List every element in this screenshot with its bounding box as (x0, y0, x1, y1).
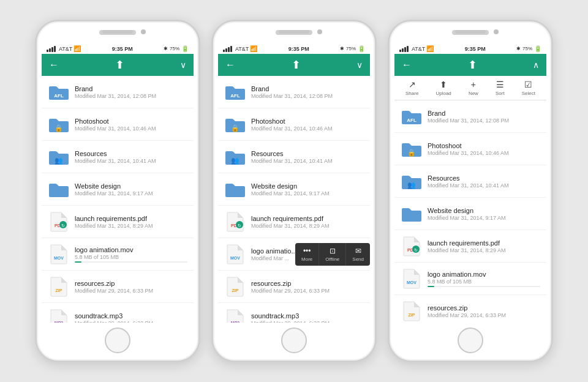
list-item[interactable]: MOV logo animation.mov5.8 MB of 105 MB (394, 263, 546, 295)
phone-screen: AT&T 📶 9:35 PM ✱ 75% 🔋 ← ⬆ ∨ AFL BrandMo… (42, 43, 194, 323)
status-time: 9:35 PM (288, 46, 309, 52)
list-item[interactable]: Website designModified Mar 31, 2014, 9:1… (42, 173, 194, 206)
status-right: ✱ 75% 🔋 (516, 45, 541, 52)
list-item[interactable]: Website designModified Mar 31, 2014, 9:1… (394, 198, 546, 230)
file-meta: 5.8 MB of 105 MB (75, 254, 187, 260)
context-menu-item-more[interactable]: ••• More (295, 243, 319, 266)
list-item[interactable]: 👥 ResourcesModified Mar 31, 2014, 10:41 … (394, 165, 546, 198)
list-item[interactable]: 👥 ResourcesModified Mar 31, 2014, 10:41 … (218, 141, 370, 173)
status-time: 9:35 PM (112, 46, 133, 52)
file-name: launch requirements.pdf (251, 215, 364, 222)
back-button[interactable]: ← (225, 59, 235, 70)
file-info: ResourcesModified Mar 31, 2014, 10:41 AM (428, 174, 540, 189)
toolbar-upload[interactable]: ⬆ Upload (435, 80, 451, 96)
list-item[interactable]: 🔒 PhotoshootModified Mar 31, 2014, 10:46… (42, 108, 194, 141)
file-name: Photoshoot (75, 118, 187, 125)
send-icon: ✉ (355, 247, 361, 255)
list-item[interactable]: 🔒 PhotoshootModified Mar 31, 2014, 10:46… (218, 108, 370, 141)
list-item[interactable]: ZIP resources.zipModified Mar 29, 2014, … (42, 271, 194, 303)
file-icon-pdf: PDF ↻ (48, 211, 70, 233)
back-button[interactable]: ← (402, 59, 412, 70)
status-time: 9:35 PM (465, 46, 486, 52)
list-item[interactable]: MP3 soundtrack.mp3Modified Mar 29, 2014,… (42, 303, 194, 323)
list-item[interactable]: AFL BrandModified Mar 31, 2014, 12:08 PM (218, 76, 370, 108)
file-icon-folder-brand: AFL (224, 81, 246, 103)
app-header: ← ⬆ ∨ (42, 54, 194, 76)
svg-text:MOV: MOV (407, 280, 417, 285)
list-item[interactable]: AFL BrandModified Mar 31, 2014, 12:08 PM (42, 76, 194, 108)
dropdown-icon[interactable]: ∨ (180, 60, 186, 70)
file-meta: Modified Mar 31, 2014, 9:17 AM (251, 190, 364, 197)
list-item[interactable]: PDF ↻ launch requirements.pdfModified Ma… (42, 206, 194, 238)
wifi-icon: 📶 (74, 45, 81, 52)
cloud-upload-icon[interactable]: ⬆ (115, 58, 124, 72)
cloud-upload-icon[interactable]: ⬆ (292, 58, 301, 72)
carrier-label: AT&T (412, 46, 425, 52)
list-item[interactable]: PDF ↻ launch requirements.pdfModified Ma… (218, 206, 370, 238)
status-right: ✱ 75% 🔋 (340, 45, 365, 52)
file-meta: Modified Mar 31, 2014, 8:29 AM (428, 247, 540, 253)
sort-icon: ☰ (496, 80, 504, 89)
list-item[interactable]: Website designModified Mar 31, 2014, 9:1… (218, 173, 370, 206)
list-item[interactable]: 👥 ResourcesModified Mar 31, 2014, 10:41 … (42, 141, 194, 173)
phone-home-button[interactable] (458, 328, 483, 353)
file-meta: Modified Mar 31, 2014, 12:08 PM (251, 93, 364, 99)
cloud-upload-icon[interactable]: ⬆ (468, 58, 477, 72)
toolbar-label-upload: Upload (435, 91, 451, 96)
app-header: ← ⬆ ∧ (394, 54, 546, 76)
context-menu-item-offline[interactable]: ⊡ Offline (319, 243, 346, 266)
file-icon-folder-plain (224, 178, 246, 200)
file-icon-folder-team: 👥 (48, 146, 70, 168)
file-icon-pdf: PDF ↻ (401, 235, 423, 257)
file-icon-folder-plain (48, 178, 70, 200)
file-info: launch requirements.pdfModified Mar 31, … (428, 239, 540, 253)
list-item[interactable]: PDF ↻ launch requirements.pdfModified Ma… (394, 230, 546, 263)
list-item[interactable]: MP3 soundtrack.mp3Modified Mar 29, 2014,… (218, 303, 370, 323)
app-header: ← ⬆ ∨ (218, 54, 370, 76)
toolbar-new[interactable]: + New (469, 80, 478, 96)
phone-speaker (102, 30, 133, 34)
status-bar: AT&T 📶 9:35 PM ✱ 75% 🔋 (394, 43, 546, 54)
file-info: PhotoshootModified Mar 31, 2014, 10:46 A… (251, 118, 364, 132)
back-button[interactable]: ← (49, 59, 59, 70)
carrier-label: AT&T (235, 46, 249, 52)
svg-text:MP3: MP3 (55, 321, 64, 323)
phone-home-button[interactable] (105, 328, 130, 353)
file-icon-mp3: MP3 (224, 308, 246, 323)
file-name: Resources (75, 150, 187, 157)
toolbar-share[interactable]: ↗ Share (405, 80, 418, 96)
toolbar-sort[interactable]: ☰ Sort (496, 80, 505, 96)
svg-text:🔒: 🔒 (231, 124, 239, 132)
context-menu-item-send[interactable]: ✉ Send (346, 243, 370, 266)
svg-text:👥: 👥 (407, 181, 416, 189)
file-name: logo animation.mov (428, 271, 540, 278)
list-item[interactable]: ZIP resources.zipModified Mar 29, 2014, … (218, 271, 370, 303)
phone-home-button[interactable] (281, 328, 307, 353)
list-item[interactable]: ZIP resources.zipModified Mar 29, 2014, … (394, 295, 546, 323)
check-icon: ☑ (524, 80, 532, 89)
dropdown-icon[interactable]: ∨ (356, 60, 363, 70)
file-name: logo animation.mov (75, 246, 187, 253)
file-meta: Modified Mar 29, 2014, 6:33 PM (75, 288, 187, 294)
dropdown-icon[interactable]: ∧ (533, 60, 539, 70)
list-item[interactable]: MOV logo animation.mov5.8 MB of 105 MB (42, 238, 194, 271)
share-icon: ↗ (409, 80, 416, 89)
svg-text:MOV: MOV (54, 256, 64, 260)
more-label: More (301, 257, 312, 262)
file-name: Website design (428, 207, 540, 214)
file-icon-folder-team: 👥 (224, 146, 246, 168)
progress-bar (428, 286, 540, 287)
list-item[interactable]: MOV logo animatio...Modified Mar ... •••… (218, 238, 370, 271)
toolbar-select[interactable]: ☑ Select (522, 80, 535, 96)
file-meta: Modified Mar 29, 2014, 6:32 PM (75, 320, 187, 323)
file-name: Brand (251, 85, 364, 92)
phone-camera (494, 29, 499, 34)
svg-text:↻: ↻ (414, 248, 418, 252)
list-item[interactable]: AFL BrandModified Mar 31, 2014, 12:08 PM (394, 100, 546, 133)
file-meta: 5.8 MB of 105 MB (428, 279, 540, 285)
list-item[interactable]: 🔒 PhotoshootModified Mar 31, 2014, 10:46… (394, 133, 546, 165)
battery-percent: 75% (522, 46, 532, 51)
file-meta: Modified Mar 31, 2014, 12:08 PM (428, 118, 540, 124)
status-right: ✱ 75% 🔋 (164, 45, 189, 52)
battery-icon: 🔋 (358, 45, 365, 52)
